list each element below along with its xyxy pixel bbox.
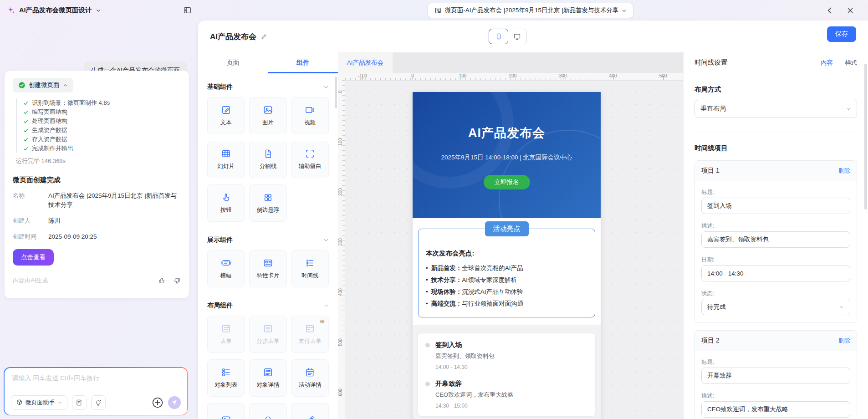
delete-item-button[interactable]: 删除 (838, 167, 850, 175)
doc-switcher[interactable]: 微页面-AI产品发布会 |2025年9月15日北京 |新品首发与技术分享 (428, 3, 633, 18)
component-card-timeline[interactable]: 时间线 (291, 250, 329, 287)
component-card-object-detail[interactable]: 对象详情 (249, 359, 286, 397)
component-card-button[interactable]: 按钮 (207, 184, 245, 222)
plus-circle-icon (152, 397, 163, 409)
component-card-partial-3[interactable] (291, 403, 329, 419)
micropage-icon (434, 7, 442, 14)
tab-content[interactable]: 内容 (821, 59, 833, 67)
task-step: 编写页面结构 (23, 107, 181, 117)
chevron-down-icon[interactable] (323, 237, 329, 243)
spacer-icon (305, 148, 315, 159)
send-button[interactable] (168, 396, 181, 409)
component-card-banner[interactable]: 横幅 (207, 250, 245, 287)
tab-pages[interactable]: 页面 (198, 52, 268, 73)
desc-input[interactable] (701, 401, 850, 418)
chevron-down-icon (96, 8, 101, 13)
edit-pencil-icon[interactable] (260, 33, 267, 40)
component-card-form: 表单 (207, 316, 245, 353)
button-hand-icon (221, 192, 231, 203)
item-name: 项目 2 (701, 337, 720, 345)
component-card-text[interactable]: 文本 (207, 97, 245, 134)
collapse-panel-button[interactable] (183, 6, 192, 15)
canvas-tab[interactable]: AI产品发布会 (338, 52, 393, 73)
feature-card-icon (263, 258, 273, 268)
field-desc: 描述: (701, 392, 850, 418)
device-toggle (489, 29, 527, 44)
tab-components[interactable]: 组件 (268, 52, 338, 73)
timeline-items-label: 时间线项目 (694, 144, 857, 153)
signup-button[interactable]: 立即报名 (484, 175, 530, 189)
run-complete-text: 运行完毕 146.368s (16, 157, 181, 165)
app-logo-icon (7, 6, 15, 15)
desktop-view-button[interactable] (508, 29, 526, 44)
chevron-down-icon (846, 106, 851, 112)
image-card-icon (221, 415, 231, 419)
chat-input[interactable] (11, 374, 182, 382)
save-button[interactable]: 保存 (827, 26, 856, 42)
phone-preview[interactable]: AI产品发布会 2025年9月15日 14:00-18:00 | 北京国际会议中… (413, 92, 601, 419)
preview-hero[interactable]: AI产品发布会 2025年9月15日 14:00-18:00 | 北京国际会议中… (413, 92, 601, 218)
task-collapse-chip[interactable]: 创建微页面 (13, 78, 73, 92)
add-attachment-button[interactable] (152, 397, 163, 409)
delete-item-button[interactable]: 删除 (838, 337, 850, 345)
component-card-partial-1[interactable] (207, 403, 245, 419)
view-result-button[interactable]: 点击查看 (13, 249, 54, 266)
component-card-feature[interactable]: 特性卡片 (249, 250, 286, 287)
component-card-video[interactable]: 视频 (291, 97, 329, 134)
thumb-down-icon[interactable] (173, 277, 181, 285)
assistant-name: 微页面助手 (26, 399, 55, 407)
assistant-selector[interactable]: 微页面助手 (11, 395, 67, 410)
component-card-slides[interactable]: 幻灯片 (207, 141, 245, 178)
editor-header: AI产品发布会 保存 (198, 20, 868, 52)
group-header-layout: 布局组件 (207, 301, 329, 310)
components-scrollbar[interactable] (335, 77, 337, 108)
component-card-activity-detail[interactable]: 活动详情 (291, 359, 329, 397)
component-card-spacer[interactable]: 辅助留白 (291, 141, 329, 178)
horizontal-ruler: -100 0 100 200 300 400 500 (345, 73, 683, 81)
caret-up-icon (63, 83, 68, 88)
idea-button[interactable] (91, 395, 106, 410)
title-input[interactable] (701, 198, 850, 214)
step-form-icon (263, 323, 273, 334)
mobile-view-button[interactable] (489, 29, 508, 44)
date-input[interactable] (701, 265, 850, 281)
side-float-icon (263, 192, 273, 203)
app-title: AI产品发布会微页面设计 (19, 6, 92, 15)
slides-icon (221, 148, 231, 159)
desc-input[interactable] (701, 231, 850, 248)
result-field-row: 名称 AI产品发布会 |2025年9月15日北京 |新品首发与技术分享 (13, 191, 181, 210)
canvas-viewport[interactable]: AI产品发布会 2025年9月15日 14:00-18:00 | 北京国际会议中… (345, 80, 683, 419)
highlight-item: •新品首发：全球首次亮相的AI产品 (426, 262, 587, 274)
app-title-group[interactable]: AI产品发布会微页面设计 (7, 0, 101, 20)
component-card-partial-2[interactable] (249, 403, 286, 419)
field-title: 标题: (701, 358, 850, 384)
doc-switcher-label: 微页面-AI产品发布会 |2025年9月15日北京 |新品首发与技术分享 (445, 6, 618, 15)
title-input[interactable] (701, 368, 850, 384)
canvas-area: AI产品发布会 -100 0 100 200 300 400 500 0 100… (338, 52, 683, 419)
chevron-down-icon[interactable] (323, 84, 329, 90)
tab-style[interactable]: 样式 (845, 59, 857, 67)
settings-scrollbar[interactable] (864, 64, 867, 210)
thumb-up-icon[interactable] (158, 277, 166, 285)
component-card-object-list[interactable]: 对象列表 (207, 359, 245, 397)
preview-timeline-card[interactable]: 签到入场 嘉宾签到、领取资料包 14:00 - 14:30 开幕致辞 CEO致欢… (418, 333, 595, 416)
status-select[interactable]: 待完成 (701, 299, 850, 315)
component-card-step-form: 分步表单 (249, 316, 286, 353)
layout-mode-select[interactable]: 垂直布局 (694, 100, 857, 118)
component-card-image[interactable]: 图片 (249, 97, 286, 134)
component-card-pay-form: 支付表单 (291, 316, 329, 353)
component-card-divider[interactable]: 分割线 (249, 141, 286, 178)
prompt-template-button[interactable] (72, 395, 87, 410)
timeline-item: 签到入场 嘉宾签到、领取资料包 14:00 - 14:30 (424, 341, 589, 370)
back-button[interactable] (825, 6, 834, 15)
chevron-down-icon (839, 304, 844, 310)
component-card-float[interactable]: 侧边悬浮 (249, 184, 286, 222)
close-button[interactable] (846, 6, 854, 15)
hero-subtitle: 2025年9月15日 14:00-18:00 | 北京国际会议中心 (441, 153, 572, 162)
field-value: 陈川 (48, 216, 61, 225)
highlights-section[interactable]: 活动亮点 本次发布会亮点: •新品首发：全球首次亮相的AI产品 •技术分享：AI… (413, 218, 601, 325)
chevron-down-icon[interactable] (323, 303, 329, 308)
timeline-dot (425, 343, 430, 347)
check-icon (23, 109, 29, 115)
panel-tabs: 页面 组件 (198, 52, 338, 73)
